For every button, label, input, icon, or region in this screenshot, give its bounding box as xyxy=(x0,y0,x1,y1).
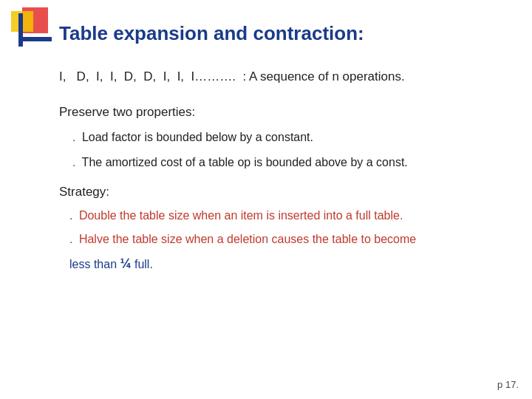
bullet-dot-2: . xyxy=(72,156,75,168)
preserve-item-2-text: The amortized cost of a table op is boun… xyxy=(82,156,408,168)
strategy-item-1: . Double the table size when an item is … xyxy=(69,207,517,225)
preserve-heading: Preserve two properties: xyxy=(59,105,517,120)
sequence-line: I, D, I, I, D, D, I, I, I………. : A sequen… xyxy=(59,67,517,86)
preserve-item-1: . Load factor is bounded below by a cons… xyxy=(72,129,517,146)
fraction-one-quarter: ¼ xyxy=(120,256,131,271)
strategy-bullet-2: . xyxy=(69,233,72,245)
bullet-dot-1: . xyxy=(72,131,75,143)
logo-blue-bar-left xyxy=(18,13,23,47)
preserve-item-2: . The amortized cost of a table op is bo… xyxy=(72,154,517,171)
strategy-continuation-text: less than ¼ full. xyxy=(69,258,153,270)
strategy-bullet-1: . xyxy=(69,209,72,222)
strategy-item-1-text: Double the table size when an item is in… xyxy=(79,209,403,222)
logo-decoration xyxy=(7,7,52,52)
preserve-item-1-text: Load factor is bounded below by a consta… xyxy=(82,131,313,143)
logo-blue-bar-top xyxy=(18,37,52,41)
page-number: p 17. xyxy=(497,379,519,390)
page-title: Table expansion and contraction: xyxy=(59,22,517,45)
strategy-item-2: . Halve the table size when a deletion c… xyxy=(69,231,517,248)
sequence-text: I, D, I, I, D, D, I, I, I………. : A sequen… xyxy=(59,69,405,83)
strategy-item-2-text: Halve the table size when a deletion cau… xyxy=(79,233,416,245)
strategy-continuation: less than ¼ full. xyxy=(69,254,517,274)
main-content: Table expansion and contraction: I, D, I… xyxy=(59,15,517,384)
strategy-heading: Strategy: xyxy=(59,185,517,200)
